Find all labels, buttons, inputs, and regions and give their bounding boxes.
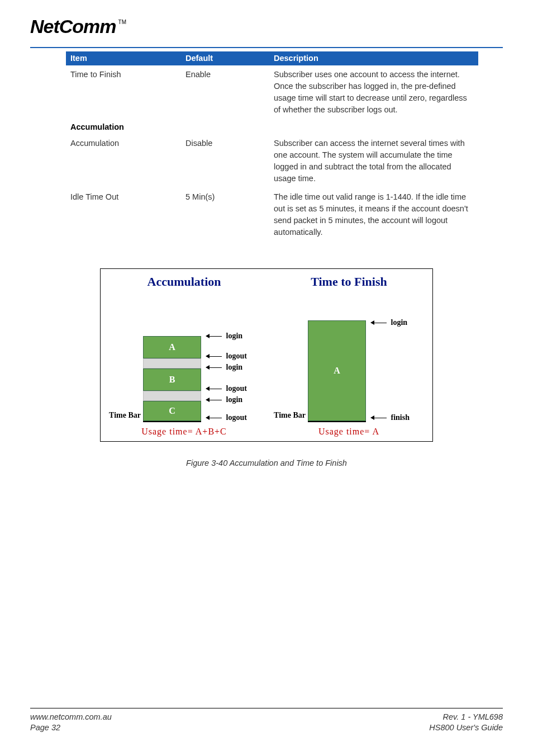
cell-description: Subscriber uses one account to access th… [269,65,478,119]
table-row: Accumulation Disable Subscriber can acce… [66,134,478,188]
table-section-row: Accumulation [66,119,478,134]
figure-wrap: Accumulation Time Bar C B A login logout… [100,268,433,467]
settings-table: Item Default Description Time to Finish … [66,51,478,242]
cell-item: Idle Time Out [66,188,181,242]
panel-time-to-finish: Time to Finish Time Bar A login finish U… [270,275,428,437]
footer-rev: Rev. 1 - YML698 [429,712,503,723]
cell-description: Subscriber can access the internet sever… [269,134,478,188]
footer-page: Page 32 [30,722,112,734]
logo-tm: TM [118,19,126,25]
brand-logo: NetComm TM [30,16,503,47]
logo-text: NetComm [30,16,116,37]
table-header-row: Item Default Description [66,51,478,65]
formula-text: Usage time= A+B+C [105,427,263,437]
annotation-column: login finish [368,310,428,422]
figure-caption: Figure 3-40 Accumulation and Time to Fin… [100,459,433,467]
stack-bar: A [308,310,366,422]
footer-left: www.netcomm.com.au Page 32 [30,712,112,734]
panel-accumulation: Accumulation Time Bar C B A login logout… [105,275,263,437]
page-footer: www.netcomm.com.au Page 32 Rev. 1 - YML6… [30,708,503,734]
panel-title: Time to Finish [270,275,428,289]
th-default: Default [181,51,269,65]
usage-diagram: Accumulation Time Bar C B A login logout… [100,268,433,442]
event-label: login [206,363,263,372]
event-label: finish [370,413,428,422]
event-label: login [206,395,263,404]
section-label: Accumulation [70,122,124,131]
cell-item: Time to Finish [66,65,181,119]
header-divider [30,47,503,48]
stack-bar: C B A [143,310,201,422]
y-axis-label: Time Bar [105,411,141,420]
event-label: logout [206,352,263,361]
cell-description: The idle time out valid range is 1-1440.… [269,188,478,242]
event-label: logout [206,413,263,422]
table-row: Time to Finish Enable Subscriber uses on… [66,65,478,119]
segment-gap [143,358,201,368]
event-label: logout [206,384,263,393]
segment-b: B [143,368,201,391]
cell-default: Enable [181,65,269,119]
footer-right: Rev. 1 - YML698 HS800 User's Guide [429,712,503,734]
footer-url: www.netcomm.com.au [30,712,112,723]
footer-divider [30,708,503,708]
cell-item: Accumulation [66,134,181,188]
segment-a: A [308,320,366,421]
y-axis-label: Time Bar [270,411,306,420]
segment-a: A [143,336,201,358]
segment-c: C [143,401,201,421]
annotation-column: login logout login logout login logout [203,310,263,422]
table-row: Idle Time Out 5 Min(s) The idle time out… [66,188,478,242]
th-item: Item [66,51,181,65]
segment-gap [143,391,201,401]
th-description: Description [269,51,478,65]
cell-default: Disable [181,134,269,188]
formula-text: Usage time= A [270,427,428,437]
footer-guide: HS800 User's Guide [429,722,503,734]
event-label: login [206,332,263,341]
cell-default: 5 Min(s) [181,188,269,242]
panel-title: Accumulation [105,275,263,289]
event-label: login [370,318,428,327]
